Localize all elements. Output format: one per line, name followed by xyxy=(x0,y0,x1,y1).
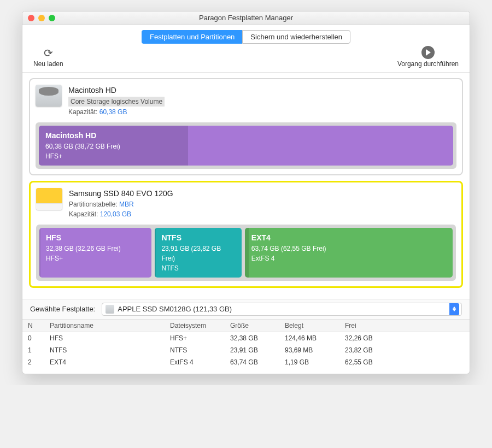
partition-table-list: N Partitionsname Dateisystem Größe Beleg… xyxy=(22,320,470,374)
tab-backup[interactable]: Sichern und wiederherstellen xyxy=(242,30,350,44)
selected-disk-row: Gewählte Festplatte: APPLE SSD SM0128G (… xyxy=(22,299,470,320)
col-size[interactable]: Größe xyxy=(225,320,279,332)
partition-ntfs[interactable]: NTFS 23,91 GB (23,82 GB Frei) NTFS xyxy=(155,228,241,278)
tab-disks[interactable]: Festplatten und Partitionen xyxy=(142,30,242,44)
toolbar: ⟳ Neu laden Vorgang durchführen xyxy=(22,44,470,73)
col-fs[interactable]: Dateisystem xyxy=(165,320,225,332)
internal-disk-icon xyxy=(36,85,62,107)
disk-subtitle: Core Storage logisches Volume xyxy=(68,97,165,107)
disk-select-value: APPLE SSD SM0128G (121,33 GB) xyxy=(118,305,232,313)
disk-select[interactable]: APPLE SSD SM0128G (121,33 GB) xyxy=(102,303,462,316)
col-name[interactable]: Partitionsname xyxy=(44,320,165,332)
partition-macintosh-hd[interactable]: Macintosh HD 60,38 GB (38,72 GB Frei) HF… xyxy=(39,126,453,166)
partition-bar: HFS 32,38 GB (32,26 GB Frei) HFS+ NTFS 2… xyxy=(36,225,456,281)
reload-icon: ⟳ xyxy=(40,47,56,59)
disk-panel-1[interactable]: Samsung SSD 840 EVO 120G Partitionstabel… xyxy=(29,181,463,288)
col-free[interactable]: Frei xyxy=(339,320,470,332)
col-n[interactable]: N xyxy=(22,320,44,332)
run-label: Vorgang durchführen xyxy=(397,60,459,68)
disk-panel-0[interactable]: Macintosh HD Core Storage logisches Volu… xyxy=(29,78,463,175)
app-window: Paragon Festplatten Manager Festplatten … xyxy=(22,11,470,374)
col-used[interactable]: Belegt xyxy=(279,320,339,332)
selected-disk-label: Gewählte Festplatte: xyxy=(30,305,95,313)
reload-button[interactable]: ⟳ Neu laden xyxy=(33,47,63,68)
disk-name: Macintosh HD xyxy=(68,85,165,96)
window-title: Paragon Festplatten Manager xyxy=(22,14,470,22)
table-header-row: N Partitionsname Dateisystem Größe Beleg… xyxy=(22,320,470,332)
play-icon xyxy=(421,46,435,59)
titlebar: Paragon Festplatten Manager xyxy=(22,11,470,25)
disk-name: Samsung SSD 840 EVO 120G xyxy=(69,188,173,199)
partition-bar: ❋ Macintosh HD 60,38 GB (38,72 GB Frei) … xyxy=(36,122,456,169)
table-row[interactable]: 2EXT4ExtFS 463,74 GB1,19 GB62,55 GB xyxy=(22,356,470,368)
partition-hfs[interactable]: HFS 32,38 GB (32,26 GB Frei) HFS+ xyxy=(39,228,151,278)
run-button[interactable]: Vorgang durchführen xyxy=(397,46,459,68)
partition-ext4[interactable]: EXT4 63,74 GB (62,55 GB Frei) ExtFS 4 xyxy=(245,228,453,278)
disk-capacity-row: Kapazität: 120,03 GB xyxy=(69,209,173,219)
disk-partition-table-row: Partitionstabelle: MBR xyxy=(69,199,173,209)
external-disk-icon xyxy=(36,188,62,210)
content-area: Macintosh HD Core Storage logisches Volu… xyxy=(22,73,470,299)
reload-label: Neu laden xyxy=(33,60,63,68)
disk-capacity-row: Kapazität: 60,38 GB xyxy=(68,107,165,117)
main-tabs: Festplatten und Partitionen Sichern und … xyxy=(22,25,470,44)
chevron-updown-icon xyxy=(449,303,459,315)
table-row[interactable]: 1NTFSNTFS23,91 GB93,69 MB23,82 GB xyxy=(22,344,470,356)
disk-small-icon xyxy=(106,305,114,314)
table-row[interactable]: 0HFSHFS+32,38 GB124,46 MB32,26 GB xyxy=(22,332,470,344)
